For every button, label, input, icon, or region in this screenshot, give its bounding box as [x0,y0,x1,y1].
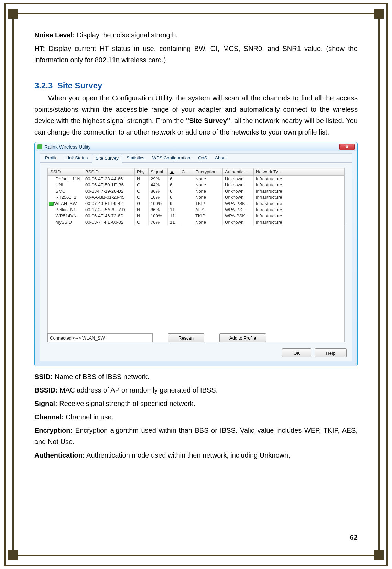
table-cell: G [135,182,149,188]
column-header[interactable]: Phy [135,168,149,176]
table-cell: 29% [149,176,168,182]
table-row[interactable]: Default_11N00-06-4F-33-44-66N29%6NoneUnk… [48,176,344,182]
table-cell: 00-07-40-F1-99-42 [83,201,135,207]
table-row[interactable]: SMC00-13-F7-19-26-D2G86%6NoneUnknownInfr… [48,188,344,194]
section-body: When you open the Configuration Utility,… [34,93,358,138]
channel-paragraph: Channel: Channel in use. [34,411,358,423]
table-row[interactable]: WR514VN-...00-06-4F-46-73-6DN100%11TKIPW… [48,213,344,219]
sort-indicator-icon [170,171,174,174]
table-cell: None [193,176,223,182]
ssid-paragraph: SSID: Name of BBS of IBSS network. [34,371,358,383]
ht-label: HT: [34,45,45,52]
column-header[interactable]: Authentic... [223,168,254,176]
table-cell: WPA-PS... [223,207,254,213]
ok-button[interactable]: OK [282,348,311,357]
table-cell: Infrastructure [254,201,344,207]
tab-about[interactable]: About [211,154,230,162]
table-cell: Default_11N [48,176,83,182]
noise-level-paragraph: Noise Level: Display the noise signal st… [34,30,358,41]
section-number: 3.2.3 [34,81,53,90]
table-cell: G [135,188,149,194]
table-cell: 6 [168,188,179,194]
table-cell: 10% [149,194,168,201]
table-cell: 00-06-4F-46-73-6D [83,213,135,219]
table-cell: 44% [149,182,168,188]
table-cell: 11 [168,219,179,225]
table-cell: WR514VN-... [48,213,83,219]
column-header[interactable] [168,168,179,176]
table-cell: 00-03-7F-FE-00-02 [83,219,135,225]
table-cell: G [135,219,149,225]
table-cell: Infrastructure [254,182,344,188]
connected-icon [49,202,54,206]
corner-decoration [374,550,384,560]
tab-qos[interactable]: QoS [194,154,211,162]
noise-level-desc: Display the noise signal strength. [75,31,178,39]
section-heading: 3.2.3 Site Survey [34,81,358,90]
table-cell [179,201,193,207]
app-window: Ralink Wireless Utility X ProfileLink St… [34,142,358,366]
tab-link-status[interactable]: Link Status [62,154,91,162]
table-cell: SMC [48,188,83,194]
table-cell: mySSID [48,219,83,225]
table-cell: 00-17-3F-5A-8E-AD [83,207,135,213]
table-cell: 86% [149,207,168,213]
tab-wps-configuration[interactable]: WPS Configuration [149,154,194,162]
close-button[interactable]: X [339,144,355,150]
bssid-paragraph: BSSID: MAC address of AP or randomly gen… [34,385,358,396]
tab-profile[interactable]: Profile [41,154,62,162]
column-header[interactable]: Network Ty... [254,168,344,176]
column-header[interactable]: C... [179,168,193,176]
table-cell: AES [193,207,223,213]
table-cell: 00-AA-BB-01-23-45 [83,194,135,201]
table-cell: N [135,207,149,213]
corner-decoration [8,550,18,560]
table-cell: None [193,182,223,188]
table-cell: 76% [149,219,168,225]
table-row[interactable]: mySSID00-03-7F-FE-00-02G76%11NoneUnknown… [48,219,344,225]
table-cell: Unknown [223,176,254,182]
table-cell: G [135,194,149,201]
table-row[interactable]: WLAN_SW00-07-40-F1-99-42G100%9TKIPWPA-PS… [48,201,344,207]
tab-statistics[interactable]: Statistics [123,154,148,162]
table-cell: None [193,194,223,201]
table-cell: 00-13-F7-19-26-D2 [83,188,135,194]
table-cell: 6 [168,194,179,201]
noise-level-label: Noise Level: [34,31,75,39]
rescan-button[interactable]: Rescan [168,333,204,342]
table-cell: 00-06-4F-33-44-66 [83,176,135,182]
table-cell: WLAN_SW [48,201,83,207]
table-cell: Infrastructure [254,176,344,182]
table-cell: Infrastructure [254,219,344,225]
table-cell [179,213,193,219]
table-cell: Unknown [223,188,254,194]
column-header[interactable]: SSID [48,168,83,176]
column-header[interactable]: BSSID [83,168,135,176]
column-header[interactable]: Encryption [193,168,223,176]
table-cell: G [135,201,149,207]
corner-decoration [374,9,384,19]
table-cell: 100% [149,213,168,219]
table-cell: None [193,219,223,225]
table-cell: TKIP [193,201,223,207]
tab-site-survey[interactable]: Site Survey [92,154,122,163]
table-cell: N [135,176,149,182]
table-cell: 100% [149,201,168,207]
table-cell: RT2561_1 [48,194,83,201]
table-cell: TKIP [193,213,223,219]
column-header[interactable]: Signal [149,168,168,176]
corner-decoration [8,9,18,19]
table-row[interactable]: Belkin_N100-17-3F-5A-8E-ADN86%11AESWPA-P… [48,207,344,213]
networks-table[interactable]: SSIDBSSIDPhySignalC...EncryptionAuthenti… [48,168,344,225]
table-cell: 11 [168,213,179,219]
table-row[interactable]: UNI00-06-4F-50-1E-B6G44%6NoneUnknownInfr… [48,182,344,188]
table-cell [179,188,193,194]
table-cell [179,207,193,213]
table-cell: WPA-PSK [223,213,254,219]
add-to-profile-button[interactable]: Add to Profile [219,333,266,342]
table-cell [179,182,193,188]
help-button[interactable]: Help [315,348,347,357]
table-cell: 6 [168,176,179,182]
table-cell: 9 [168,201,179,207]
table-row[interactable]: RT2561_100-AA-BB-01-23-45G10%6NoneUnknow… [48,194,344,201]
